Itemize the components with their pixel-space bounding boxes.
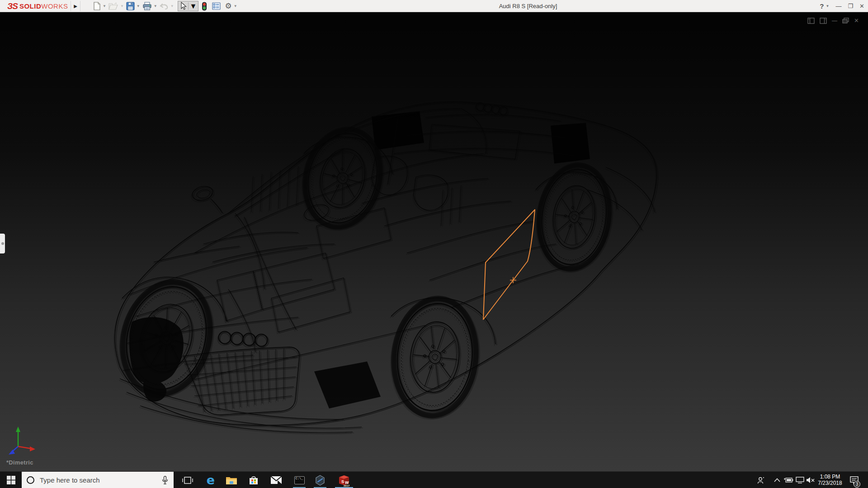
volume-status[interactable]	[804, 472, 817, 488]
select-tool-button[interactable]: ▼	[178, 1, 199, 11]
rebuild-button[interactable]	[201, 1, 208, 12]
print-icon	[142, 2, 152, 10]
network-icon	[796, 477, 804, 483]
pane-right-icon[interactable]	[820, 18, 827, 24]
open-document-icon	[108, 2, 118, 10]
properties-button[interactable]	[212, 1, 221, 11]
task-pane-tab[interactable]	[0, 234, 5, 253]
battery-status[interactable]	[783, 472, 794, 488]
dropdown-icon[interactable]: ▼	[103, 4, 106, 8]
undo-icon	[160, 3, 169, 10]
view-orientation-label: *Dimetric	[6, 459, 33, 466]
store-icon	[249, 475, 259, 485]
dropdown-icon[interactable]: ▼	[190, 2, 197, 10]
task-view-button[interactable]	[178, 472, 198, 488]
start-button[interactable]	[0, 472, 22, 488]
chevron-up-icon	[774, 478, 780, 482]
dropdown-icon[interactable]: ▼	[170, 4, 174, 8]
mixed-reality-viewer-button[interactable]	[310, 472, 330, 488]
select-cursor-icon	[179, 2, 187, 10]
search-box[interactable]: Type here to search	[22, 472, 174, 488]
notification-badge: 3	[854, 481, 860, 488]
doc-restore-button[interactable]	[842, 18, 849, 23]
help-dropdown-icon[interactable]: ▼	[826, 4, 830, 8]
graphics-viewport[interactable]	[0, 13, 868, 471]
file-explorer-icon	[226, 476, 237, 485]
mail-icon	[270, 476, 282, 484]
microphone-icon[interactable]	[162, 476, 168, 485]
gear-icon: ⚙	[225, 1, 231, 11]
close-button[interactable]: ✕	[859, 3, 864, 9]
people-button[interactable]	[755, 472, 768, 488]
traffic-light-icon	[202, 2, 207, 11]
people-icon	[757, 476, 765, 484]
save-icon	[126, 2, 135, 10]
battery-charging-icon	[783, 477, 793, 483]
search-placeholder: Type here to search	[40, 476, 162, 484]
help-button[interactable]: ?	[820, 2, 824, 10]
undo-button[interactable]: ▼	[159, 2, 175, 11]
dropdown-icon[interactable]: ▼	[154, 4, 157, 8]
brand-bold: SOLID	[19, 2, 41, 10]
dropdown-icon[interactable]: ▼	[137, 4, 140, 8]
command-prompt-icon: C:\_	[294, 476, 305, 484]
edge-icon: e	[207, 474, 215, 486]
tray-clock[interactable]: 1:08 PM 7/23/2018	[816, 472, 844, 488]
cortana-icon	[27, 476, 34, 484]
solidworks-mark-icon: ЗS	[7, 1, 18, 11]
dropdown-icon[interactable]: ▼	[234, 4, 237, 8]
clock-date: 7/23/2018	[818, 480, 842, 487]
solidworks-app-button[interactable]: S W 2017	[334, 472, 354, 488]
edge-button[interactable]: e	[201, 472, 221, 488]
open-document-button[interactable]: ▼	[108, 1, 124, 11]
file-explorer-button[interactable]	[222, 472, 241, 488]
task-view-icon	[182, 476, 193, 485]
document-window-controls: — ✕	[807, 17, 859, 24]
svg-text:2017: 2017	[344, 484, 350, 487]
toolbar-flyout-button[interactable]: ▶	[71, 1, 80, 11]
pane-left-icon[interactable]	[807, 18, 815, 24]
hexagon-viewer-icon	[315, 475, 326, 486]
tray-overflow-button[interactable]	[771, 472, 783, 488]
command-prompt-button[interactable]: C:\_	[289, 472, 309, 488]
solidworks-app-icon: S W 2017	[337, 474, 351, 487]
doc-close-button[interactable]: ✕	[854, 17, 859, 24]
new-document-icon	[93, 2, 101, 10]
titlebar: ЗS SOLID WORKS ▶ ▼ ▼	[0, 0, 868, 12]
svg-text:S: S	[341, 479, 344, 484]
options-button[interactable]: ⚙ ▼	[224, 0, 237, 12]
new-document-button[interactable]: ▼	[93, 1, 107, 11]
brand-light: WORKS	[41, 2, 68, 10]
titlebar-controls: ? ▼ — ❐ ✕	[820, 0, 864, 12]
store-button[interactable]	[244, 472, 264, 488]
divider	[188, 2, 189, 10]
speaker-mute-icon	[806, 477, 815, 483]
taskbar: Type here to search e	[0, 471, 868, 488]
quick-access-toolbar: ▼ ▼ ▼	[93, 0, 239, 12]
dropdown-icon[interactable]: ▼	[120, 4, 124, 8]
minimize-button[interactable]: —	[835, 3, 841, 9]
window-title: Audi R8 S [Read-only]	[499, 3, 557, 9]
properties-list-icon	[212, 2, 221, 10]
flyout-arrow-icon: ▶	[74, 4, 77, 9]
solidworks-logo: ЗS SOLID WORKS	[7, 1, 68, 11]
tab-handle-icon	[1, 242, 4, 245]
windows-logo-icon	[7, 476, 15, 484]
save-button[interactable]: ▼	[126, 1, 141, 11]
clock-time: 1:08 PM	[820, 474, 840, 480]
print-button[interactable]: ▼	[142, 1, 158, 11]
doc-minimize-button[interactable]: —	[832, 18, 837, 24]
mail-button[interactable]	[266, 472, 286, 488]
restore-button[interactable]: ❐	[848, 3, 853, 9]
